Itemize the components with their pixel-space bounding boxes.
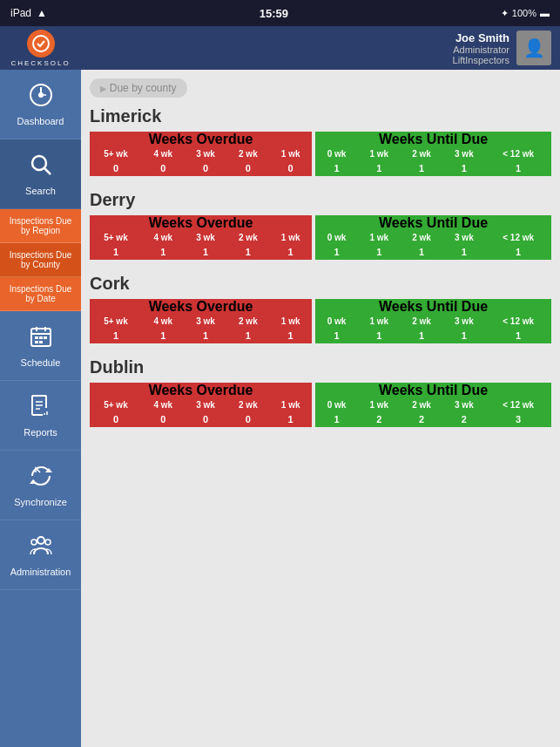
col-label: 2 wk bbox=[401, 231, 443, 244]
col-label-row: 5+ wk4 wk3 wk2 wk1 wk0 wk1 wk2 wk3 wk< 1… bbox=[90, 231, 551, 244]
col-label: 1 wk bbox=[358, 398, 401, 411]
due-header: Weeks Until Due bbox=[315, 383, 551, 398]
main-content: Due by county LimerickWeeks OverdueWeeks… bbox=[81, 70, 560, 747]
user-avatar: 👤 bbox=[516, 31, 551, 65]
data-cell: 1 bbox=[442, 160, 485, 176]
sidebar-item-search[interactable]: Search bbox=[0, 139, 81, 209]
svg-rect-13 bbox=[44, 336, 47, 339]
col-label: 5+ wk bbox=[90, 315, 142, 328]
data-cell: 0 bbox=[90, 160, 142, 176]
inspection-table: Weeks OverdueWeeks Until Due5+ wk4 wk3 w… bbox=[90, 299, 551, 343]
sidebar-item-reports[interactable]: Reports bbox=[0, 381, 81, 451]
col-label: 5+ wk bbox=[90, 231, 142, 244]
reports-label: Reports bbox=[24, 427, 57, 438]
sidebar-item-schedule[interactable]: Schedule bbox=[0, 311, 81, 381]
data-cell: 0 bbox=[226, 411, 269, 427]
sidebar-sub-by-date[interactable]: Inspections Due by Date bbox=[0, 277, 81, 311]
col-label: 1 wk bbox=[358, 147, 401, 160]
col-label: 5+ wk bbox=[90, 147, 142, 160]
logo-area: CHECKSOLO bbox=[0, 26, 81, 70]
region-title: Derry bbox=[90, 190, 551, 210]
col-label: 2 wk bbox=[226, 398, 269, 411]
col-label: 1 wk bbox=[269, 315, 312, 328]
col-label: 1 wk bbox=[358, 231, 401, 244]
table-header-row: Weeks OverdueWeeks Until Due bbox=[90, 132, 551, 147]
col-label: 3 wk bbox=[442, 231, 485, 244]
user-details: Joe Smith Administrator LiftInspectors bbox=[453, 31, 509, 65]
battery-label: 100% bbox=[512, 8, 536, 18]
sidebar-sub-by-region[interactable]: Inspections Due by Region bbox=[0, 209, 81, 243]
breadcrumb: Due by county bbox=[90, 78, 187, 98]
col-label: 4 wk bbox=[142, 315, 185, 328]
svg-point-5 bbox=[32, 156, 46, 170]
user-info: Joe Smith Administrator LiftInspectors 👤 bbox=[453, 31, 551, 65]
data-cell: 1 bbox=[142, 244, 185, 260]
table-header-row: Weeks OverdueWeeks Until Due bbox=[90, 299, 551, 315]
data-cell: 1 bbox=[185, 328, 227, 343]
col-label: 1 wk bbox=[269, 147, 312, 160]
device-label: iPad bbox=[10, 7, 31, 19]
region-section-limerick: LimerickWeeks OverdueWeeks Until Due5+ w… bbox=[90, 106, 551, 176]
administration-label: Administration bbox=[10, 567, 71, 577]
user-name: Joe Smith bbox=[453, 31, 509, 44]
wifi-icon: ▲ bbox=[37, 7, 47, 19]
data-cell: 1 bbox=[226, 328, 269, 343]
col-label: 2 wk bbox=[401, 315, 443, 328]
col-label: 3 wk bbox=[185, 398, 227, 411]
data-cell: 1 bbox=[269, 328, 312, 343]
sidebar-item-synchronize[interactable]: Synchronize bbox=[0, 451, 81, 520]
region-section-dublin: DublinWeeks OverdueWeeks Until Due5+ wk4… bbox=[90, 357, 551, 427]
col-label: 5+ wk bbox=[90, 398, 142, 411]
data-cell: 0 bbox=[90, 411, 142, 427]
col-label-row: 5+ wk4 wk3 wk2 wk1 wk0 wk1 wk2 wk3 wk< 1… bbox=[90, 147, 551, 160]
col-label: 3 wk bbox=[442, 315, 485, 328]
svg-rect-12 bbox=[39, 336, 43, 339]
sidebar-sub-by-county[interactable]: Inspections Due by County bbox=[0, 243, 81, 277]
due-header: Weeks Until Due bbox=[315, 299, 551, 315]
status-right: ✦ 100% ▬ bbox=[501, 8, 550, 19]
svg-point-25 bbox=[37, 537, 44, 544]
main-layout: Dashboard Search Inspections Due by Regi… bbox=[0, 70, 560, 747]
app-header: CHECKSOLO Joe Smith Administrator LiftIn… bbox=[0, 26, 560, 70]
sidebar-item-dashboard[interactable]: Dashboard bbox=[0, 70, 81, 139]
svg-rect-11 bbox=[35, 336, 38, 339]
overdue-header: Weeks Overdue bbox=[90, 383, 312, 398]
schedule-label: Schedule bbox=[21, 357, 61, 368]
status-bar: iPad ▲ 15:59 ✦ 100% ▬ bbox=[0, 0, 560, 26]
region-title: Dublin bbox=[90, 357, 551, 377]
overdue-header: Weeks Overdue bbox=[90, 215, 312, 231]
user-company: LiftInspectors bbox=[453, 55, 509, 65]
col-label: 1 wk bbox=[358, 315, 401, 328]
svg-point-26 bbox=[31, 540, 37, 545]
data-cell: 1 bbox=[185, 244, 227, 260]
data-cell: 2 bbox=[442, 411, 485, 427]
data-cell: 1 bbox=[358, 328, 401, 343]
region-section-cork: CorkWeeks OverdueWeeks Until Due5+ wk4 w… bbox=[90, 274, 551, 343]
data-cell: 1 bbox=[315, 411, 358, 427]
data-cell: 2 bbox=[358, 411, 401, 427]
data-cell: 1 bbox=[142, 328, 185, 343]
admin-icon bbox=[29, 533, 53, 563]
data-cell: 0 bbox=[142, 411, 185, 427]
data-cell: 1 bbox=[401, 244, 443, 260]
reports-icon bbox=[29, 394, 53, 424]
table-header-row: Weeks OverdueWeeks Until Due bbox=[90, 383, 551, 398]
col-label: < 12 wk bbox=[485, 398, 551, 411]
dashboard-label: Dashboard bbox=[17, 116, 64, 126]
search-label: Search bbox=[25, 186, 56, 196]
data-cell: 0 bbox=[269, 160, 312, 176]
region-title: Cork bbox=[90, 274, 551, 294]
col-label: 1 wk bbox=[269, 398, 312, 411]
data-cell: 1 bbox=[269, 411, 312, 427]
sidebar: Dashboard Search Inspections Due by Regi… bbox=[0, 70, 81, 747]
data-cell: 1 bbox=[358, 160, 401, 176]
data-cell: 0 bbox=[226, 160, 269, 176]
col-label: 4 wk bbox=[142, 147, 185, 160]
svg-line-6 bbox=[44, 168, 51, 174]
svg-rect-14 bbox=[35, 341, 38, 343]
data-cell: 1 bbox=[358, 244, 401, 260]
col-label: 2 wk bbox=[401, 398, 443, 411]
table-row: 0000011111 bbox=[90, 160, 551, 176]
sidebar-item-administration[interactable]: Administration bbox=[0, 520, 81, 590]
user-role: Administrator bbox=[453, 44, 509, 55]
